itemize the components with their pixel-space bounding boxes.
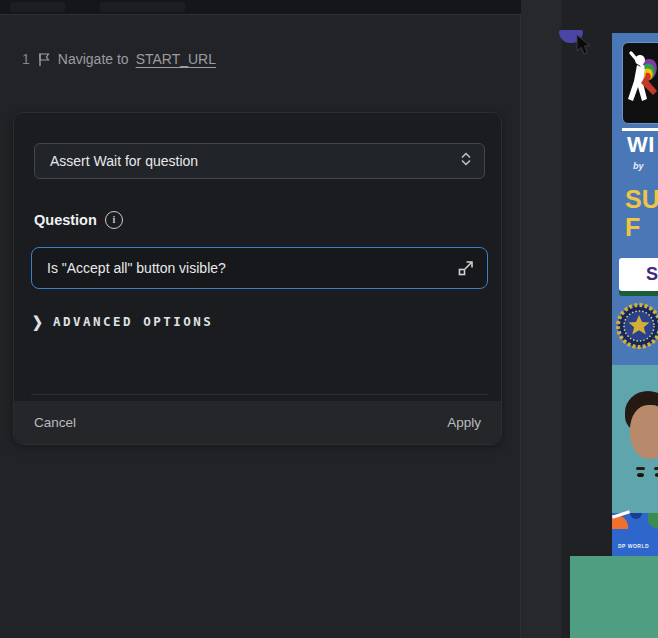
banner-byline: by <box>633 161 644 171</box>
topbar-tab-shadow <box>10 2 65 12</box>
player-face <box>630 405 658 459</box>
advanced-options-label: ADVANCED OPTIONS <box>53 314 213 329</box>
info-icon[interactable]: i <box>105 211 123 229</box>
teal-overlay-block <box>570 556 658 638</box>
advanced-options-toggle[interactable]: ❯ ADVANCED OPTIONS <box>32 314 213 329</box>
steps-panel: 1 Navigate to START_URL Assert Wait for … <box>0 15 521 638</box>
expand-icon[interactable] <box>457 259 475 277</box>
question-input-value: Is "Accept all" button visible? <box>47 260 226 276</box>
assertion-type-select[interactable]: Assert Wait for question <box>34 143 485 179</box>
player-jersey: DP WORLD <box>612 513 658 556</box>
step-row[interactable]: 1 Navigate to START_URL <box>22 51 216 67</box>
signup-button-label: S <box>646 264 658 285</box>
player-brow <box>654 467 658 470</box>
signup-button[interactable]: S <box>619 258 658 291</box>
bcci-emblem-icon <box>615 301 658 355</box>
app-screen: 1 Navigate to START_URL Assert Wait for … <box>0 0 658 638</box>
start-url-link[interactable]: START_URL <box>136 51 216 67</box>
question-input[interactable]: Is "Accept all" button visible? <box>31 247 488 289</box>
cursor-icon <box>573 33 595 61</box>
player-photo: DP WORLD <box>612 365 658 556</box>
promo-text-line2: F <box>625 213 640 242</box>
promo-banner: WI by SU F S <box>612 33 658 365</box>
flag-icon <box>37 52 51 67</box>
card-divider <box>31 394 488 395</box>
webpage-preview[interactable]: WI by SU F S <box>612 33 658 638</box>
banner-divider-line <box>622 128 658 131</box>
assertion-type-value: Assert Wait for question <box>50 153 198 169</box>
preview-area: WI by SU F S <box>521 0 658 638</box>
question-label-row: Question i <box>34 211 123 229</box>
chevron-right-icon: ❯ <box>32 313 43 330</box>
banner-title: WI <box>627 132 655 158</box>
jersey-stripe <box>648 513 658 529</box>
step-label: Navigate to <box>58 51 129 67</box>
topbar-tab-shadow <box>100 2 185 12</box>
cricket-worldcup-logo-icon <box>622 42 658 124</box>
apply-button[interactable]: Apply <box>447 415 481 430</box>
card-footer: Cancel Apply <box>14 401 501 444</box>
player-eye <box>637 473 644 477</box>
chevron-up-down-icon <box>460 151 472 171</box>
step-number: 1 <box>22 51 30 67</box>
jersey-sponsor-text: DP WORLD <box>618 543 649 549</box>
assertion-editor-card: Assert Wait for question Question i Is "… <box>13 112 502 445</box>
promo-text-line1: SU <box>625 185 658 214</box>
jersey-collar <box>630 513 642 519</box>
cancel-button[interactable]: Cancel <box>34 415 76 430</box>
player-brow <box>636 467 645 470</box>
question-label: Question <box>34 212 97 228</box>
